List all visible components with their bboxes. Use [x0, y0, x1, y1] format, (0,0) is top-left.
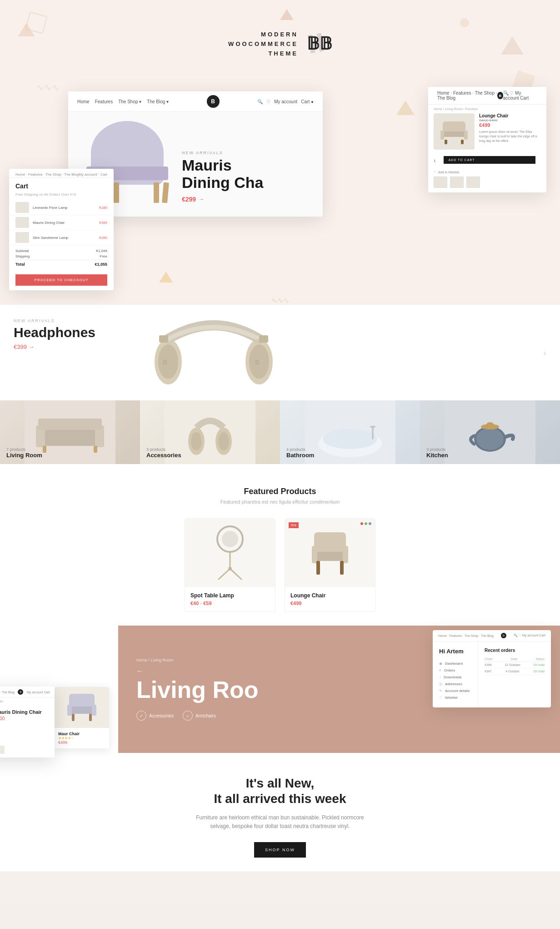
svg-rect-59	[72, 714, 75, 721]
svg-rect-3	[440, 131, 444, 140]
nav-account[interactable]: My account	[274, 99, 297, 104]
svg-point-36	[486, 422, 494, 427]
theme-tagline: MODERN WOOCOMMERCE THEME	[228, 30, 298, 58]
pd-desc: Lorem ipsum dolor sit amet. The Elba lou…	[479, 130, 541, 143]
maur-chair-stars: ★★★★☆	[58, 736, 105, 740]
deco-tri-collage-2	[159, 272, 173, 283]
acc-order-header: OrderDateStatus	[485, 656, 545, 662]
svg-rect-19	[38, 419, 102, 430]
svg-rect-13	[159, 335, 168, 343]
acc-account-details[interactable]: ✎ Account details	[439, 687, 471, 694]
logo-icon: 𝔹𝔹	[305, 29, 332, 60]
acc-downloads[interactable]: ↓ Downloads	[439, 674, 471, 681]
nav-search-icon[interactable]: 🔍	[257, 99, 263, 104]
acc-orders[interactable]: ≡ Orders	[439, 667, 471, 674]
orders-icon: ≡	[439, 668, 441, 672]
hero-text-block: NEW ARRIVALS Mauris Dining Cha €299 →	[182, 151, 309, 203]
nav-wishlist-icon[interactable]: ♡	[266, 99, 270, 104]
nav-links: Home Features The Shop ▾ The Blog ▾	[77, 99, 169, 104]
cart-item-3-img	[15, 232, 29, 243]
color-dot-red[interactable]	[360, 522, 363, 525]
cart-item-3: Slim Sandstone Lamp €280	[9, 230, 114, 245]
nav-shop[interactable]: The Shop ▾	[118, 99, 141, 104]
acc-wishlist[interactable]: ♡ Wishlist	[439, 694, 471, 701]
logo-wrapper: MODERN WOOCOMMERCE THEME 𝔹𝔹	[228, 29, 332, 60]
svg-rect-21	[94, 446, 97, 453]
acc-addresses[interactable]: ◎ Addresses	[439, 681, 471, 687]
svg-rect-20	[43, 446, 46, 453]
acc-dashboard[interactable]: ◉ Dashboard	[439, 660, 471, 667]
pc-lounge-info: Lounge Chair €499	[285, 587, 375, 611]
pd-thumb-2[interactable]	[450, 177, 464, 188]
dm-logo: B	[18, 689, 23, 695]
color-dot-blue[interactable]	[369, 522, 371, 525]
pd-content: Lounge Chair SALE €499 €499 Lorem ipsum …	[428, 113, 546, 154]
cart-item-2: Mauris Dining Chair €399	[9, 215, 114, 230]
beige-background: ∿∿∿ · · · · ·· · · · ·· · · · · MODERN W…	[0, 0, 560, 305]
pd-thumb-1[interactable]	[434, 177, 447, 188]
maur-chair-price: €499	[58, 740, 105, 745]
svg-rect-48	[340, 561, 344, 575]
pd-price: €499	[479, 122, 541, 128]
acc-order-2: #347 4 October On hold	[485, 668, 545, 675]
pd-thumb-3[interactable]	[466, 177, 480, 188]
color-dot-green[interactable]	[365, 522, 367, 525]
collage-section: Home Features The Shop ▾ The Blog ▾ B 🔍 …	[0, 82, 560, 292]
lr-armchairs-link[interactable]: ⌂ Armchairs	[183, 711, 216, 721]
acc-logo: B	[501, 633, 506, 638]
add-to-cart-button[interactable]: ADD TO CART	[444, 156, 535, 164]
category-living-room[interactable]: 7 products Living Room	[0, 400, 140, 464]
svg-text:B: B	[255, 358, 260, 366]
next-arrow[interactable]: ›	[543, 348, 546, 358]
lr-check-icon: ✓	[136, 711, 146, 721]
maur-chair-img	[55, 687, 109, 728]
total-row: Total €1,055	[15, 260, 107, 267]
hero-price: €299 →	[182, 196, 309, 203]
new-arrivals-desc: Furniture are heirloom ethical man bun s…	[189, 813, 371, 831]
pc-lounge-price: €499	[290, 601, 370, 606]
nav-home[interactable]: Home	[77, 99, 90, 104]
svg-rect-47	[316, 561, 320, 575]
nav-features[interactable]: Features	[95, 99, 113, 104]
nav-blog[interactable]: The Blog ▾	[147, 99, 169, 104]
lamp-svg	[212, 525, 248, 580]
shop-now-button[interactable]: SHOP NOW	[254, 842, 306, 858]
svg-rect-16	[38, 428, 102, 446]
acc-body: Hi Artem ◉ Dashboard ≡ Orders ↓ Download…	[433, 641, 551, 707]
category-kitchen[interactable]: 3 products Kitchen	[420, 400, 560, 464]
subtotal-row: Subtotal €1,049	[15, 249, 107, 253]
product-card-lamp[interactable]: Spot Table Lamp €40 - €59	[185, 518, 275, 612]
deco-wave-2: ∿∿∿	[0, 296, 560, 305]
hero-title: Mauris Dining Cha	[182, 157, 309, 191]
pc-lamp-name: Spot Table Lamp	[190, 592, 270, 599]
cart-item-1: Leonardo Floor Lamp €180	[9, 200, 114, 215]
pd-thumb-row	[428, 177, 546, 192]
lr-icons: ✓ Accessories ⌂ Armchairs	[136, 711, 542, 721]
account-mockup: Home · Features · The Shop · The Blog B …	[433, 630, 551, 707]
acc-main: Recent orders OrderDateStatus #356 12 Oc…	[478, 641, 551, 707]
pc-lamp-img	[185, 519, 275, 587]
pc-lamp-price: €40 - €59	[190, 601, 270, 606]
pd-wishlist[interactable]: ♡ Add to Wishlist	[428, 170, 546, 177]
acc-orders-title: Recent orders	[485, 648, 545, 653]
pd-chair-image	[434, 113, 475, 150]
categories-row: 7 products Living Room 3 products Access…	[0, 400, 560, 464]
dm-thumb-4[interactable]	[0, 746, 5, 754]
headphones-svg: B B	[132, 307, 295, 398]
svg-text:B: B	[163, 358, 167, 366]
dining-chair-mockup: Home · Features · The Shop · The Blog B …	[0, 687, 55, 757]
svg-line-41	[230, 569, 241, 579]
dm-content: Mauris Dining Chair €300	[0, 705, 55, 746]
featured-subtitle: Featured pharetra est nec ligula efficit…	[36, 499, 524, 505]
lr-home-icon: ⌂	[183, 711, 193, 721]
pd-nav-links: Home · Features · The Shop · The Blog	[437, 91, 497, 101]
acc-order-1: #356 12 October On hold	[485, 662, 545, 668]
nav-cart[interactable]: Cart ●	[301, 99, 314, 104]
acc-nav: Home · Features · The Shop · The Blog B …	[433, 630, 551, 641]
category-accessories[interactable]: 3 products Accessories	[140, 400, 280, 464]
checkout-button[interactable]: PROCEED TO CHECKOUT	[15, 274, 107, 286]
category-bathroom[interactable]: 4 products Bathroom	[280, 400, 420, 464]
addresses-icon: ◎	[439, 682, 442, 686]
lr-accessories-link[interactable]: ✓ Accessories	[136, 711, 174, 721]
product-card-lounge[interactable]: 5%	[285, 518, 375, 612]
